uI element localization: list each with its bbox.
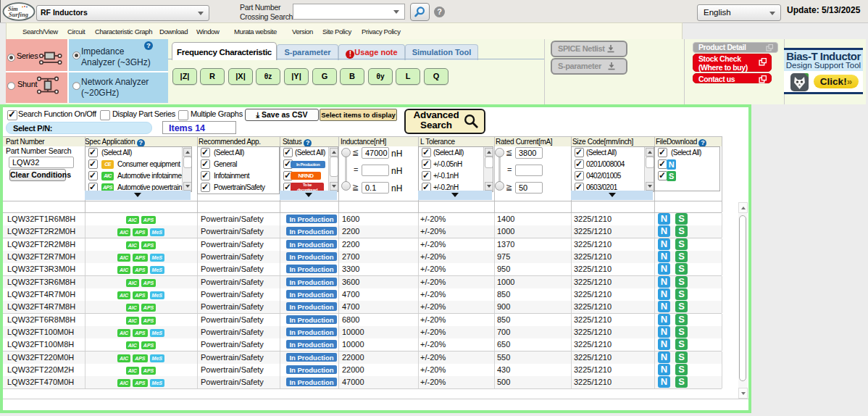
svg-text:Surfing: Surfing (9, 11, 29, 18)
